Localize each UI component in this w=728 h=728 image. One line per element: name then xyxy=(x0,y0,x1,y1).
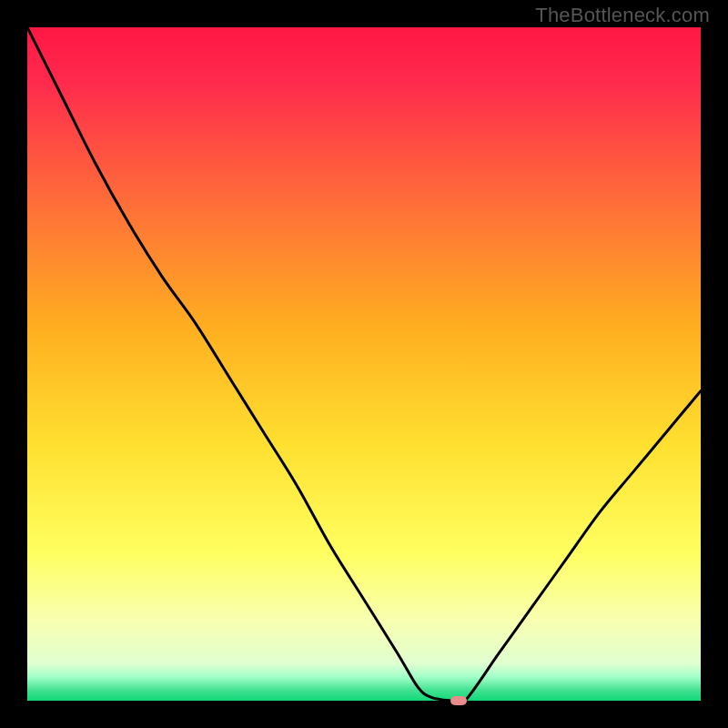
watermark-text: TheBottleneck.com xyxy=(535,4,710,27)
optimal-point-marker xyxy=(450,696,467,705)
bottleneck-curve xyxy=(27,27,701,701)
chart-container: TheBottleneck.com xyxy=(0,0,728,728)
plot-area xyxy=(27,27,701,701)
